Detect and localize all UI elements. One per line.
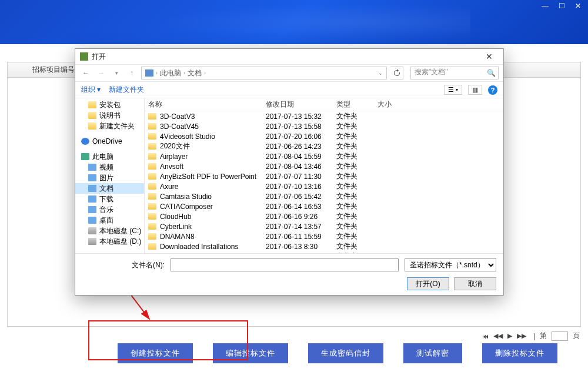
tree-node[interactable]: 安装包 xyxy=(75,100,144,110)
close-button[interactable]: ✕ xyxy=(574,2,582,10)
file-date: 2017-06-14 16:53 xyxy=(262,203,333,211)
crumb-folder[interactable]: 文档 xyxy=(188,68,202,78)
search-placeholder: 搜索"文档" xyxy=(415,68,448,76)
page-first-icon[interactable]: ⏮ xyxy=(482,333,489,340)
col-name[interactable]: 名称 xyxy=(145,100,262,110)
file-row[interactable]: Airplayer2017-08-04 15:59文件夹 xyxy=(145,151,503,161)
file-row[interactable]: 4Videosoft Studio2017-07-20 16:06文件夹 xyxy=(145,131,503,141)
drive-icon xyxy=(88,238,96,245)
file-list[interactable]: 名称 修改日期 类型 大小 3D-CoatV32017-07-13 15:32文… xyxy=(145,98,503,253)
col-date[interactable]: 修改日期 xyxy=(262,100,333,110)
app-header: — ☐ ✕ xyxy=(0,0,588,44)
tree-node[interactable]: 桌面 xyxy=(75,215,144,226)
delete-bid-button[interactable]: 删除投标文件 xyxy=(482,343,557,363)
search-input[interactable]: 搜索"文档" 🔍 xyxy=(410,67,499,79)
nav-back-icon[interactable]: ← xyxy=(80,69,92,77)
help-button[interactable]: ? xyxy=(488,85,497,95)
tree-node[interactable]: 图片 xyxy=(75,173,144,183)
test-decrypt-button[interactable]: 测试解密 xyxy=(403,343,462,363)
new-folder-button[interactable]: 新建文件夹 xyxy=(109,85,144,95)
file-name: 3D-CoatV3 xyxy=(160,112,195,121)
file-row[interactable]: 2020文件2017-06-26 14:23文件夹 xyxy=(145,141,503,151)
col-size[interactable]: 大小 xyxy=(374,100,415,110)
file-date: 2017-07-20 16:06 xyxy=(262,132,333,141)
tree-node[interactable]: 说明书 xyxy=(75,110,144,121)
page-next-icon[interactable]: ▶▶ xyxy=(517,332,526,340)
refresh-button[interactable] xyxy=(390,67,403,79)
tree-node[interactable]: 新建文件夹 xyxy=(75,121,144,131)
file-date: 2017-06-26 14:23 xyxy=(262,142,333,151)
filename-input[interactable] xyxy=(171,258,399,271)
generic-icon xyxy=(88,164,96,171)
file-row[interactable]: CloudHub2017-06-16 9:26文件夹 xyxy=(145,211,503,221)
tree-node[interactable]: 音乐 xyxy=(75,204,144,215)
crumb-dropdown-icon[interactable]: ⌄ xyxy=(378,70,383,76)
file-name: Anvsoft xyxy=(160,163,183,171)
file-row[interactable]: 3D-CoatV32017-07-13 15:32文件夹 xyxy=(145,111,503,121)
file-row[interactable]: Axure2017-07-10 13:16文件夹 xyxy=(145,181,503,191)
folder-icon xyxy=(148,113,156,120)
refresh-icon xyxy=(393,69,400,77)
minimize-button[interactable]: — xyxy=(541,2,549,10)
organize-button[interactable]: 组织 ▾ xyxy=(81,85,101,95)
app-icon xyxy=(80,52,88,61)
file-name: CyberLink xyxy=(160,223,192,231)
search-icon: 🔍 xyxy=(487,69,496,77)
folder-icon xyxy=(148,123,156,130)
generic-icon xyxy=(88,185,96,192)
tree-node[interactable]: 本地磁盘 (C:) xyxy=(75,226,144,236)
tree-label: OneDrive xyxy=(92,137,122,145)
tree-node[interactable]: 视频 xyxy=(75,162,144,173)
file-type: 文件夹 xyxy=(333,201,374,211)
nav-recent-icon[interactable]: ▾ xyxy=(111,70,122,76)
create-bid-button[interactable]: 创建投标文件 xyxy=(118,343,193,363)
folder-icon xyxy=(148,203,156,210)
tree-label: 安装包 xyxy=(99,100,121,110)
preview-icon: ▥ xyxy=(472,86,478,94)
gen-code-button[interactable]: 生成密码信封 xyxy=(308,343,383,363)
view-mode-button[interactable]: ☰▾ xyxy=(444,85,462,95)
file-type: 文件夹 xyxy=(333,231,374,241)
folder-icon xyxy=(148,173,156,180)
preview-pane-button[interactable]: ▥ xyxy=(468,85,482,95)
file-type-select[interactable]: 圣诺招标文件（*.sntd） xyxy=(405,258,496,271)
tree-node[interactable]: 文档 xyxy=(75,183,144,194)
nav-up-icon[interactable]: ↑ xyxy=(126,69,138,77)
svg-rect-1 xyxy=(80,52,88,61)
generic-icon xyxy=(88,195,96,203)
folder-icon xyxy=(88,122,96,130)
col-type[interactable]: 类型 xyxy=(333,100,374,110)
folder-tree[interactable]: 安装包说明书新建文件夹OneDrive此电脑视频图片文档下载音乐桌面本地磁盘 (… xyxy=(75,98,145,253)
page-input[interactable] xyxy=(552,331,568,341)
file-date: 2017-07-13 15:58 xyxy=(262,122,333,131)
nav-forward-icon[interactable]: → xyxy=(95,69,107,77)
tree-node[interactable]: 此电脑 xyxy=(75,151,144,162)
tree-label: 本地磁盘 (C:) xyxy=(99,226,141,236)
file-row[interactable]: Downloaded Installations2017-06-13 8:30文… xyxy=(145,241,503,251)
dialog-close-button[interactable]: ✕ xyxy=(477,52,501,61)
breadcrumb[interactable]: › 此电脑 › 文档 › ⌄ xyxy=(141,67,387,79)
open-button[interactable]: 打开(O) xyxy=(407,277,449,290)
file-row[interactable]: CyberLink2017-07-14 13:57文件夹 xyxy=(145,221,503,231)
file-row[interactable]: Anvsoft2017-08-04 13:46文件夹 xyxy=(145,161,503,171)
edit-bid-button[interactable]: 编辑投标文件 xyxy=(213,343,288,363)
tree-node[interactable]: 下载 xyxy=(75,194,144,204)
crumb-root[interactable]: 此电脑 xyxy=(160,68,181,78)
page-play-icon[interactable]: ▶ xyxy=(507,332,512,340)
tree-label: 本地磁盘 (D:) xyxy=(99,237,141,247)
file-row[interactable]: AnyBizSoft PDF to PowerPoint2017-07-07 1… xyxy=(145,171,503,181)
tree-node[interactable]: 本地磁盘 (D:) xyxy=(75,236,144,247)
file-row[interactable]: Camtasia Studio2017-07-06 15:42文件夹 xyxy=(145,191,503,201)
tree-label: 说明书 xyxy=(99,111,121,121)
file-row[interactable]: 3D-CoatV452017-07-13 15:58文件夹 xyxy=(145,121,503,131)
file-type: 文件夹 xyxy=(333,141,374,151)
folder-icon xyxy=(148,153,156,160)
file-name: CATIAComposer xyxy=(160,203,213,211)
file-row[interactable]: CATIAComposer2017-06-14 16:53文件夹 xyxy=(145,201,503,211)
page-prev-icon[interactable]: ◀◀ xyxy=(493,332,503,340)
file-row[interactable]: DNAMAN82017-06-11 15:59文件夹 xyxy=(145,231,503,241)
list-icon: ☰ xyxy=(448,86,454,94)
cancel-button[interactable]: 取消 xyxy=(454,277,496,290)
maximize-button[interactable]: ☐ xyxy=(557,2,566,10)
tree-node[interactable]: OneDrive xyxy=(75,136,144,147)
